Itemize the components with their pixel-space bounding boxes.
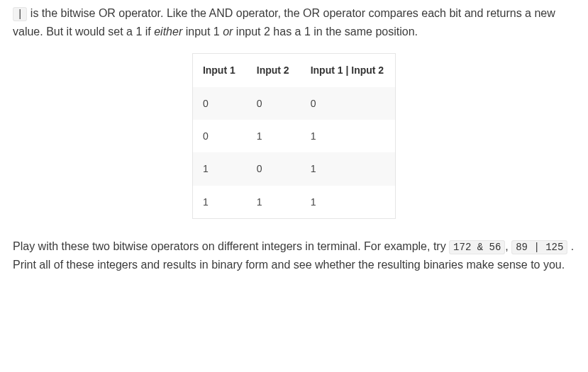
- header-input1: Input 1: [192, 54, 246, 87]
- header-result: Input 1 | Input 2: [301, 54, 396, 87]
- example-code-and: 172 & 56: [449, 240, 505, 254]
- table-row: 1 1 1: [192, 186, 395, 219]
- cell-out: 1: [301, 186, 396, 219]
- header-input2: Input 2: [247, 54, 301, 87]
- cell-in1: 0: [192, 120, 246, 152]
- table-row: 0 1 1: [192, 120, 395, 152]
- intro-em-or: or: [223, 26, 233, 38]
- table-row: 1 0 1: [192, 152, 395, 185]
- outro-paragraph: Play with these two bitwise operators on…: [13, 237, 575, 274]
- intro-text-c: input 2 has a 1 in the same position.: [233, 26, 418, 38]
- cell-in2: 1: [247, 186, 301, 219]
- outro-text-a: Play with these two bitwise operators on…: [13, 240, 449, 252]
- or-operator-code: |: [13, 7, 27, 21]
- table-row: 0 0 0: [192, 87, 395, 120]
- truth-table-container: Input 1 Input 2 Input 1 | Input 2 0 0 0 …: [13, 53, 575, 219]
- cell-in2: 1: [247, 120, 301, 152]
- intro-em-either: either: [154, 26, 182, 38]
- cell-out: 1: [301, 152, 396, 185]
- cell-in2: 0: [247, 87, 301, 120]
- cell-out: 0: [301, 87, 396, 120]
- or-truth-table: Input 1 Input 2 Input 1 | Input 2 0 0 0 …: [192, 53, 396, 219]
- cell-in1: 0: [192, 87, 246, 120]
- intro-paragraph: | is the bitwise OR operator. Like the A…: [13, 4, 575, 40]
- intro-text-b: input 1: [182, 26, 223, 38]
- cell-in1: 1: [192, 186, 246, 219]
- outro-comma: ,: [505, 240, 511, 252]
- cell-out: 1: [301, 120, 396, 152]
- table-header-row: Input 1 Input 2 Input 1 | Input 2: [192, 54, 395, 87]
- cell-in2: 0: [247, 152, 301, 185]
- example-code-or: 89 | 125: [511, 240, 567, 254]
- cell-in1: 1: [192, 152, 246, 185]
